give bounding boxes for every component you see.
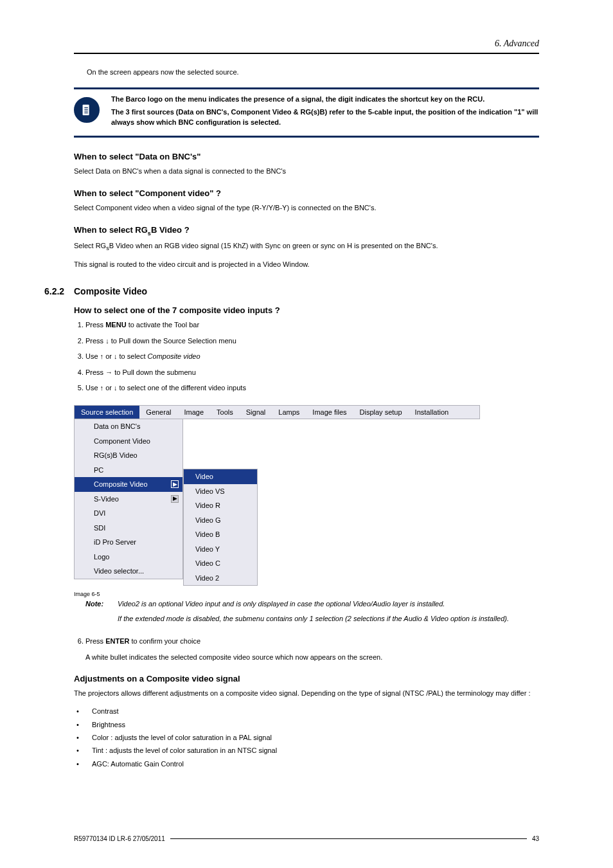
menubar-item-source-selection[interactable]: Source selection	[75, 406, 139, 419]
list-item: Tint : adjusts the level of color satura…	[76, 746, 539, 755]
chapter-title: 6. Advanced	[74, 39, 539, 49]
heading-howto: How to select one of the 7 composite vid…	[74, 305, 539, 315]
dropdown-item-svideo[interactable]: S-Video▶	[75, 492, 182, 507]
menubar-item-tools[interactable]: Tools	[210, 406, 240, 419]
step-6: Press ENTER to confirm your choice A whi…	[85, 637, 539, 662]
adjustments-list: Contrast Brightness Color : adjusts the …	[76, 707, 539, 769]
menubar: Source selection General Image Tools Sig…	[74, 405, 480, 419]
para: Select Data on BNC's when a data signal …	[74, 167, 539, 177]
submenu-item[interactable]: Video B	[184, 527, 257, 542]
para: Select Component video when a video sign…	[74, 203, 539, 213]
note-line1: The Barco logo on the menu indicates the…	[111, 95, 539, 105]
image-caption: Image 6-5	[74, 591, 539, 597]
document-icon	[80, 103, 94, 117]
menubar-item-image[interactable]: Image	[177, 406, 210, 419]
para: The projectors allows different adjustme…	[74, 689, 539, 699]
header-rule	[74, 53, 539, 54]
submenu-item[interactable]: Video 2	[184, 571, 257, 586]
intro-text: On the screen appears now the selected s…	[87, 68, 539, 76]
steps-list: Press MENU to activate the Tool bar Pres…	[85, 320, 539, 393]
dropdown-item[interactable]: Data on BNC's	[75, 419, 182, 434]
dropdown-item[interactable]: SDI	[75, 521, 182, 536]
step-6-note: A white bullet indicates the selected co…	[85, 653, 539, 662]
dropdown-item[interactable]: Component Video	[75, 434, 182, 449]
step-3: Use ↑ or ↓ to select Composite video	[85, 352, 539, 361]
para: Select RGsB Video when an RGB video sign…	[74, 241, 539, 253]
dropdown-item[interactable]: DVI	[75, 506, 182, 521]
submenu-item[interactable]: Video Y	[184, 542, 257, 557]
note-line2: The 3 first sources (Data on BNC's, Comp…	[111, 107, 539, 128]
dropdown-item[interactable]: RG(s)B Video	[75, 448, 182, 463]
menubar-item-display-setup[interactable]: Display setup	[353, 406, 409, 419]
dropdown-item[interactable]: iD Pro Server	[75, 535, 182, 550]
footer-page-number: 43	[532, 835, 539, 842]
heading-component-video: When to select "Component video" ?	[74, 188, 539, 198]
list-item: Color : adjusts the level of color satur…	[76, 733, 539, 743]
footer-left: R59770134 ID LR-6 27/05/2011	[74, 835, 165, 842]
heading-rgsb-video: When to select RGsB Video ?	[74, 225, 539, 237]
submenu-item-video[interactable]: Video	[184, 469, 257, 484]
menubar-item-image-files[interactable]: Image files	[306, 406, 353, 419]
list-item: AGC: Automatic Gain Control	[76, 759, 539, 769]
composite-video-submenu: Video Video VS Video R Video G Video B V…	[183, 469, 258, 586]
menubar-item-installation[interactable]: Installation	[409, 406, 456, 419]
para: This signal is routed to the video circu…	[74, 260, 539, 270]
submenu-item[interactable]: Video C	[184, 556, 257, 571]
note-text: The Barco logo on the menu indicates the…	[111, 95, 539, 131]
note-icon	[74, 97, 100, 123]
note-block: Note: Video2 is an optional Video input …	[85, 599, 539, 628]
list-item: Contrast	[76, 707, 539, 716]
note-p2: If the extended mode is disabled, the su…	[118, 613, 509, 624]
heading-data-on-bncs: When to select "Data on BNC's"	[74, 152, 539, 161]
heading-adjustments: Adjustments on a Composite video signal	[74, 674, 539, 683]
step-4: Press → to Pull down the submenu	[85, 368, 539, 377]
step-2: Press ↓ to Pull down the Source Selectio…	[85, 336, 539, 346]
step-1: Press MENU to activate the Tool bar	[85, 320, 539, 330]
menu-screenshot: Source selection General Image Tools Sig…	[74, 405, 480, 586]
section-heading-6-2-2: 6.2.2Composite Video	[44, 286, 539, 296]
menubar-item-lamps[interactable]: Lamps	[272, 406, 306, 419]
dropdown-item-composite-video[interactable]: Composite Video▶	[75, 477, 182, 492]
menubar-item-general[interactable]: General	[139, 406, 177, 419]
note-p1: Video2 is an optional Video input and is…	[118, 599, 509, 610]
submenu-item[interactable]: Video VS	[184, 484, 257, 499]
list-item: Brightness	[76, 720, 539, 730]
steps-list-cont: Press ENTER to confirm your choice A whi…	[85, 637, 539, 662]
footer-rule	[170, 838, 527, 839]
dropdown-item[interactable]: Logo	[75, 550, 182, 565]
submenu-arrow-icon: ▶	[171, 480, 179, 488]
submenu-item[interactable]: Video G	[184, 513, 257, 528]
svg-rect-0	[83, 105, 89, 116]
step-5: Use ↑ or ↓ to select one of the differen…	[85, 383, 539, 393]
page-footer: R59770134 ID LR-6 27/05/2011 43	[74, 835, 539, 842]
submenu-arrow-icon: ▶	[171, 495, 179, 503]
source-selection-dropdown: Data on BNC's Component Video RG(s)B Vid…	[74, 419, 183, 579]
info-note-box: The Barco logo on the menu indicates the…	[74, 87, 539, 138]
dropdown-item[interactable]: Video selector...	[75, 564, 182, 579]
dropdown-item[interactable]: PC	[75, 463, 182, 478]
note-label: Note:	[85, 599, 118, 628]
submenu-item[interactable]: Video R	[184, 498, 257, 513]
menubar-item-signal[interactable]: Signal	[240, 406, 272, 419]
